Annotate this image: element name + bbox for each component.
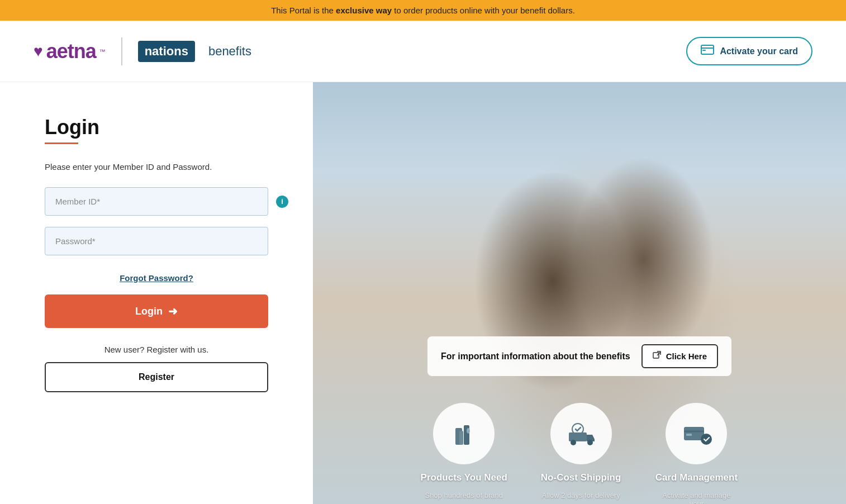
activate-card-label: Activate your card <box>720 46 798 56</box>
password-input[interactable] <box>45 227 268 255</box>
benefits-text: benefits <box>208 44 251 59</box>
shipping-title: No-Cost Shipping <box>541 472 621 483</box>
click-here-button[interactable]: Click Here <box>641 344 718 368</box>
main-content: Login Please enter your Member ID and Pa… <box>0 82 846 504</box>
aetna-logo: ♥ aetna ™ <box>34 40 106 63</box>
svg-rect-7 <box>459 431 463 445</box>
products-desc: Shop hundreds of brand <box>425 491 503 500</box>
svg-point-11 <box>587 440 593 445</box>
login-button-label: Login <box>135 306 163 317</box>
svg-point-8 <box>467 428 470 434</box>
svg-point-10 <box>571 440 576 445</box>
card-management-icon-circle <box>666 403 727 464</box>
shipping-icon-circle <box>550 403 612 464</box>
login-panel: Login Please enter your Member ID and Pa… <box>0 82 313 504</box>
banner-text: This Portal is the exclusive way to orde… <box>271 6 575 15</box>
activate-card-button[interactable]: Activate your card <box>686 37 812 65</box>
feature-shipping: No-Cost Shipping Allow 2 days for delive… <box>541 403 621 504</box>
card-desc: Activate and manage your <box>654 491 738 504</box>
register-section: New user? Register with us. Register <box>45 345 268 392</box>
aetna-heart-icon: ♥ <box>34 42 43 60</box>
register-button[interactable]: Register <box>45 362 268 392</box>
features-row: Products You Need Shop hundreds of brand <box>313 403 846 504</box>
aetna-tm: ™ <box>99 48 106 55</box>
aetna-text: aetna <box>46 40 96 63</box>
image-panel: For important information about the bene… <box>313 82 846 504</box>
password-wrapper <box>45 227 268 255</box>
external-link-icon <box>653 351 662 362</box>
nations-text: nations <box>145 44 188 59</box>
card-icon <box>701 45 714 58</box>
products-icon-circle <box>433 403 495 464</box>
feature-products: Products You Need Shop hundreds of brand <box>421 403 507 504</box>
logo-divider <box>121 37 122 65</box>
info-bar-text: For important information about the bene… <box>441 351 630 362</box>
header: ♥ aetna ™ nations benefits Activate your… <box>0 21 846 82</box>
member-id-input[interactable] <box>45 187 268 216</box>
svg-rect-9 <box>569 432 587 441</box>
svg-rect-2 <box>702 50 706 51</box>
svg-rect-15 <box>686 434 692 436</box>
member-id-wrapper: i <box>45 187 268 216</box>
card-title: Card Management <box>655 472 738 483</box>
forgot-password-link[interactable]: Forgot Password? <box>120 273 193 283</box>
click-here-label: Click Here <box>666 351 707 361</box>
feature-card: Card Management Activate and manage your <box>654 403 738 504</box>
info-bar: For important information about the bene… <box>427 336 731 376</box>
products-title: Products You Need <box>421 472 507 483</box>
svg-point-16 <box>701 434 712 445</box>
login-arrow-icon: ➜ <box>168 305 178 318</box>
new-user-text: New user? Register with us. <box>45 345 268 354</box>
svg-rect-3 <box>653 353 659 358</box>
top-banner: This Portal is the exclusive way to orde… <box>0 0 846 21</box>
shipping-desc: Allow 2 days for delivery <box>542 491 620 500</box>
hero-image: For important information about the bene… <box>313 82 846 504</box>
login-button[interactable]: Login ➜ <box>45 294 268 328</box>
forgot-password-link-wrapper: Forgot Password? <box>45 273 268 283</box>
banner-bold: exclusive way <box>336 6 392 15</box>
nations-logo: nations <box>138 41 195 62</box>
info-bar-area: For important information about the bene… <box>313 327 846 385</box>
login-title: Login <box>45 116 268 139</box>
login-subtitle: Please enter your Member ID and Password… <box>45 162 268 172</box>
login-title-underline <box>45 142 78 144</box>
logo-group: ♥ aetna ™ nations benefits <box>34 37 251 65</box>
member-id-info-icon[interactable]: i <box>276 196 288 208</box>
